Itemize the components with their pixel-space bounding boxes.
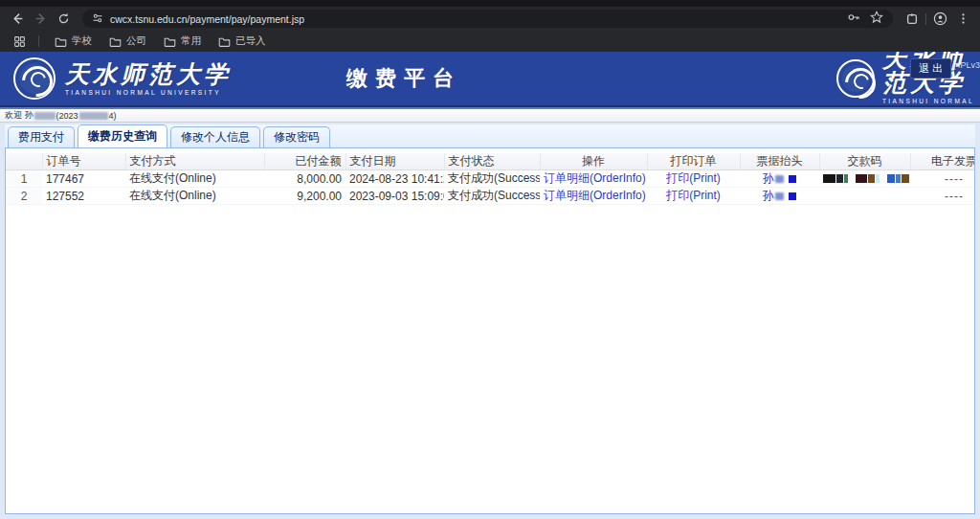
bookmark-label: 常用: [181, 34, 201, 48]
table-header-row: 订单号 支付方式 已付金额 支付日期 支付状态 操作 打印订单 票据抬头 交款码…: [6, 153, 975, 170]
refresh-icon[interactable]: [54, 10, 73, 29]
welcome-bar: 欢迎 孙(20234): [0, 109, 980, 123]
col-operation: 操作: [540, 153, 647, 170]
payer-name[interactable]: 孙: [763, 171, 796, 185]
university-name-cn: 天水师范大学: [65, 62, 232, 86]
university-logo-block: 天水师范大学 TIANSHUI NORMAL UNIVERSITY: [0, 57, 232, 100]
welcome-id-open: (2023: [56, 111, 78, 121]
col-amount: 已付金额: [264, 153, 345, 170]
back-icon[interactable]: [8, 10, 27, 29]
tab-payment-history[interactable]: 缴费历史查询: [78, 124, 167, 147]
profile-avatar-icon[interactable]: [930, 10, 949, 29]
col-payer: 票据抬头: [740, 153, 819, 170]
print-link[interactable]: 打印(Print): [666, 189, 721, 202]
date-cell: 2024-08-23 10:41:23: [345, 170, 444, 188]
amount-cell: 8,000.00: [264, 170, 345, 188]
folder-icon: [218, 36, 231, 47]
version-tag: (4PLv3: [952, 60, 980, 70]
bookmark-label: 已导入: [235, 34, 266, 48]
redacted-name: [34, 112, 56, 120]
order-info-link[interactable]: 订单明细(OrderInfo): [544, 189, 646, 202]
payer-square-mark: [789, 192, 796, 200]
university-emblem-icon: [836, 59, 875, 98]
redacted-student-id: [79, 112, 108, 120]
date-cell: 2023-09-03 15:09:09: [345, 188, 444, 205]
row-number: 1: [6, 170, 42, 188]
col-rownum: [6, 153, 42, 170]
row-number: 2: [6, 188, 42, 205]
toolbar-separator: [925, 13, 926, 25]
page-content: 费用支付 缴费历史查询 修改个人信息 修改密码 订单号 支付方式 已付金额 支付…: [0, 123, 980, 519]
col-paycode: 交款码: [819, 153, 910, 170]
welcome-text-prefix: 欢迎 孙: [5, 109, 33, 122]
table-row: 1 177467 在线支付(Online) 8,000.00 2024-08-2…: [6, 170, 975, 188]
logout-button[interactable]: 退 出: [910, 58, 951, 79]
col-einvoice: 电子发票: [910, 153, 975, 170]
welcome-id-close: 4): [109, 111, 117, 121]
tab-fee-payment[interactable]: 费用支付: [8, 126, 75, 147]
col-print: 打印订单: [647, 153, 740, 170]
redacted-payer-char: [775, 175, 784, 183]
bookmark-label: 公司: [126, 34, 146, 48]
col-order-no: 订单号: [42, 153, 125, 170]
portal-title: 缴费平台: [346, 64, 461, 93]
method-cell: 在线支付(Online): [125, 170, 264, 188]
bookmark-folder-company[interactable]: 公司: [103, 33, 152, 50]
order-no-cell: 177467: [42, 170, 125, 188]
bookmark-folder-common[interactable]: 常用: [158, 33, 207, 50]
password-key-icon[interactable]: [847, 11, 860, 28]
tab-change-password[interactable]: 修改密码: [263, 126, 330, 147]
tab-edit-profile[interactable]: 修改个人信息: [170, 126, 260, 147]
redacted-payer-char: [775, 192, 784, 200]
print-link[interactable]: 打印(Print): [666, 171, 721, 185]
site-header-banner: 天水师范大学 TIANSHUI NORMAL UNIVERSITY 缴费平台 天…: [0, 52, 980, 105]
einvoice-cell: ----: [910, 188, 975, 205]
url-text[interactable]: cwcx.tsnu.edu.cn/payment/pay/payment.jsp: [110, 13, 304, 25]
order-no-cell: 127552: [42, 188, 125, 205]
order-info-link[interactable]: 订单明细(OrderInfo): [544, 171, 646, 185]
table-row: 2 127552 在线支付(Online) 9,200.00 2023-09-0…: [6, 188, 975, 205]
university-name-en: TIANSHUI NORMAL UNIVERSITY: [65, 89, 232, 96]
amount-cell: 9,200.00: [264, 188, 345, 205]
col-date: 支付日期: [345, 153, 444, 170]
address-bar[interactable]: cwcx.tsnu.edu.cn/payment/pay/payment.jsp: [82, 10, 893, 28]
method-cell: 在线支付(Online): [125, 188, 264, 205]
col-method: 支付方式: [125, 153, 264, 170]
col-status: 支付状态: [444, 153, 540, 170]
extensions-icon[interactable]: [902, 10, 922, 29]
university-name-en-right: TIANSHUI NORMAL UNIVERSITY: [882, 98, 980, 106]
bookmark-folder-school[interactable]: 学校: [49, 33, 98, 50]
tab-panel-body: 订单号 支付方式 已付金额 支付日期 支付状态 操作 打印订单 票据抬头 交款码…: [5, 148, 975, 514]
folder-icon: [164, 36, 176, 47]
bookmarks-separator: [38, 35, 39, 47]
status-cell: 支付成功(Success): [444, 188, 540, 205]
bookmarks-bar: 学校 公司 常用 已导入: [0, 31, 980, 52]
payer-name[interactable]: 孙: [763, 189, 796, 202]
folder-icon: [55, 36, 67, 47]
folder-icon: [109, 36, 122, 47]
apps-grid-icon[interactable]: [10, 32, 29, 51]
browser-toolbar: cwcx.tsnu.edu.cn/payment/pay/payment.jsp: [0, 7, 980, 31]
tabs-header: 费用支付 缴费历史查询 修改个人信息 修改密码: [5, 124, 975, 148]
university-emblem-icon: [13, 57, 56, 100]
einvoice-cell: ----: [910, 170, 975, 188]
menu-dots-icon[interactable]: [953, 10, 972, 29]
payment-history-table: 订单号 支付方式 已付金额 支付日期 支付状态 操作 打印订单 票据抬头 交款码…: [6, 153, 975, 205]
forward-icon[interactable]: [31, 10, 50, 29]
site-settings-icon[interactable]: [92, 11, 103, 28]
payer-square-mark: [789, 175, 796, 183]
status-cell: 支付成功(Success): [444, 170, 540, 188]
payment-code-barcode: [823, 174, 909, 183]
bookmark-label: 学校: [72, 34, 92, 48]
bookmark-star-icon[interactable]: [870, 11, 883, 28]
window-top-strip: [0, 0, 980, 7]
bookmark-folder-imported[interactable]: 已导入: [212, 33, 272, 50]
